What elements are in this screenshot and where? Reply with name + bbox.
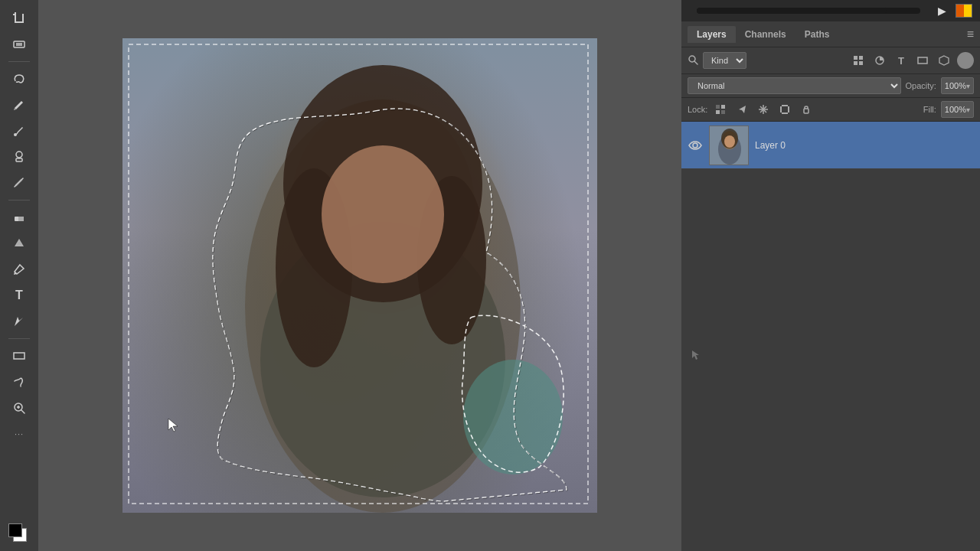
pixel-filter-icon[interactable] [850, 52, 867, 69]
svg-rect-2 [13, 14, 15, 15]
lock-image-button[interactable] [733, 101, 750, 118]
filter-icons: T [850, 52, 974, 69]
fill-dropdown-arrow[interactable]: ▾ [966, 106, 970, 114]
shape-filter-icon[interactable] [914, 52, 931, 69]
opacity-dropdown-arrow[interactable]: ▾ [966, 82, 970, 90]
zoom-tool[interactable] [7, 396, 31, 420]
type-filter-label: T [898, 55, 904, 67]
svg-rect-1 [15, 21, 24, 23]
smudge-tool[interactable] [7, 370, 31, 394]
svg-rect-3 [22, 14, 24, 21]
path-select-tool[interactable] [7, 309, 31, 334]
type-filter-icon[interactable]: T [893, 52, 910, 69]
portrait-background [122, 38, 597, 513]
type-tool[interactable]: T [7, 283, 31, 308]
filter-toggle[interactable] [957, 52, 974, 69]
panel-menu-button[interactable]: ≡ [967, 28, 974, 41]
progress-fill [697, 8, 887, 14]
pen-tool[interactable] [7, 257, 31, 282]
svg-rect-45 [780, 106, 782, 112]
layers-list: Layer 0 [681, 122, 980, 337]
fg-bg-colors[interactable] [7, 522, 31, 546]
canvas-wrapper [122, 38, 597, 513]
eraser-tool[interactable] [7, 205, 31, 230]
brush-tool[interactable] [7, 119, 31, 143]
healing-tool[interactable] [7, 171, 31, 195]
layers-empty-area [681, 337, 980, 552]
svg-rect-0 [15, 12, 16, 21]
blend-mode-row: Normal Opacity: 100% ▾ [681, 74, 980, 98]
smartobject-filter-icon[interactable] [936, 52, 952, 69]
lock-artboard-button[interactable] [776, 101, 793, 118]
stamp-tool[interactable] [7, 145, 31, 169]
panel-cursor-area [681, 337, 980, 374]
right-panel: ▶ Layers Channels Paths ≡ Kind [681, 0, 980, 551]
rectangle-shape-tool[interactable] [7, 344, 31, 368]
svg-rect-9 [16, 158, 22, 161]
svg-line-28 [694, 61, 697, 64]
pencil-tool[interactable] [7, 93, 31, 117]
lasso-tool[interactable] [7, 67, 31, 91]
svg-rect-47 [804, 109, 808, 113]
svg-point-8 [16, 152, 22, 158]
top-strip: ▶ [681, 0, 980, 21]
play-button[interactable]: ▶ [934, 3, 949, 18]
opacity-value-display: 100% [945, 81, 966, 90]
blend-mode-dropdown[interactable]: Normal [688, 77, 901, 94]
layers-tab[interactable]: Layers [688, 26, 736, 43]
layer-item[interactable]: Layer 0 [681, 122, 980, 169]
tool-divider-3 [8, 338, 30, 339]
svg-rect-44 [782, 112, 788, 114]
crop-tool[interactable] [7, 6, 31, 31]
svg-point-48 [693, 143, 697, 148]
blur-tool[interactable] [7, 231, 31, 256]
svg-rect-36 [721, 105, 725, 109]
svg-rect-29 [854, 56, 858, 60]
opacity-label: Opacity: [906, 81, 936, 90]
opacity-control[interactable]: 100% ▾ [941, 77, 974, 94]
svg-rect-13 [14, 353, 24, 359]
svg-rect-12 [18, 217, 24, 221]
progress-bar[interactable] [697, 8, 920, 14]
panel-tabs: Layers Channels Paths ≡ [681, 21, 980, 47]
lock-all-button[interactable] [798, 101, 815, 118]
layer-name: Layer 0 [755, 140, 786, 151]
tool-divider-1 [8, 61, 30, 62]
svg-rect-46 [788, 106, 789, 112]
layer-visibility-toggle[interactable] [688, 138, 703, 153]
lock-label: Lock: [688, 105, 707, 114]
move-tool[interactable] [7, 32, 31, 57]
extra-tool[interactable]: ··· [7, 422, 31, 446]
type-icon: T [15, 289, 23, 302]
svg-rect-37 [716, 110, 720, 114]
foreground-color-swatch[interactable] [8, 523, 22, 537]
svg-point-53 [724, 135, 735, 148]
tool-divider-2 [8, 200, 30, 201]
lock-transparent-button[interactable] [712, 101, 729, 118]
svg-point-7 [14, 133, 17, 136]
lock-position-button[interactable] [755, 101, 772, 118]
svg-line-15 [21, 410, 24, 413]
channels-tab[interactable]: Channels [736, 26, 795, 43]
svg-rect-32 [859, 61, 863, 65]
canvas-area [38, 0, 681, 551]
svg-rect-43 [782, 105, 788, 106]
svg-rect-30 [859, 56, 863, 60]
svg-rect-38 [721, 110, 725, 114]
color-swatch[interactable] [956, 4, 972, 18]
svg-rect-4 [14, 41, 24, 47]
svg-rect-35 [716, 105, 720, 109]
canvas-image [122, 38, 597, 513]
svg-rect-31 [854, 61, 858, 65]
search-icon [688, 54, 698, 67]
adjustment-filter-icon[interactable] [871, 52, 888, 69]
kind-dropdown[interactable]: Kind [703, 52, 746, 69]
filter-bar: Kind T [681, 47, 980, 74]
lock-row: Lock: [681, 98, 980, 122]
fill-control[interactable]: 100% ▾ [941, 101, 974, 118]
fill-label: Fill: [923, 105, 936, 114]
paths-tab[interactable]: Paths [795, 26, 839, 43]
layer-thumbnail [709, 126, 749, 165]
svg-rect-34 [918, 57, 927, 64]
toolbar-left: T ··· [0, 0, 38, 551]
